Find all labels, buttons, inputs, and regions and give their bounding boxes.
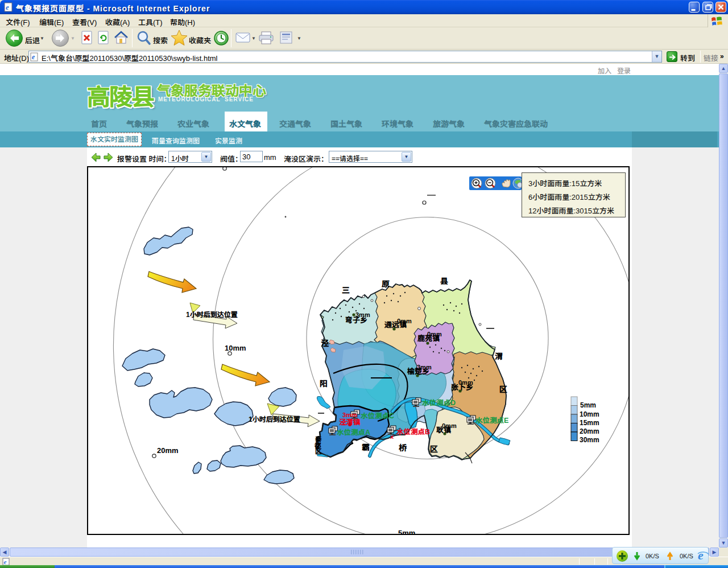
svg-text:0mm: 0mm [397,318,412,324]
svg-text:区: 区 [499,385,507,394]
svg-text:水位测点E: 水位测点E [475,417,508,425]
svg-text:0mm: 0mm [458,379,473,386]
svg-text:区: 区 [315,448,322,455]
svg-text:e: e [4,558,7,565]
svg-text:1小时后到达位置: 1小时后到达位置 [249,415,300,423]
svg-text:3mm: 3mm [417,364,432,371]
svg-text:区: 区 [430,444,438,454]
svg-text:阳: 阳 [320,379,328,388]
svg-text:水位测点A: 水位测点A [337,429,370,437]
svg-text:水位测点B: 水位测点B [396,428,430,436]
svg-text:3mm: 3mm [355,311,370,318]
svg-text:15mm: 15mm [580,419,599,427]
svg-text:3mm: 3mm [342,411,357,418]
svg-text:20mm: 20mm [157,446,179,455]
svg-text:0mm: 0mm [442,422,457,429]
svg-text:30mm: 30mm [580,436,599,444]
svg-text:县: 县 [440,277,448,286]
svg-text:5mm: 5mm [398,529,415,534]
svg-text:x: x [390,433,394,440]
svg-text:水位测点C: 水位测点C [361,412,394,420]
svg-text:10mm: 10mm [580,410,599,418]
svg-text:水位测点D: 水位测点D [422,399,456,407]
svg-text:5mm: 5mm [580,401,596,409]
svg-text:e: e [6,3,9,11]
svg-text:原: 原 [381,279,390,289]
svg-text:霸: 霸 [362,443,370,452]
svg-text:10mm: 10mm [225,344,246,352]
svg-text:20mm: 20mm [580,427,599,435]
svg-text:三: 三 [342,286,350,295]
svg-text:e: e [698,549,704,562]
svg-text:渭: 渭 [495,352,503,361]
svg-text:桥: 桥 [399,443,407,452]
svg-text:1小时后到达位置: 1小时后到达位置 [186,311,238,319]
svg-text:e: e [32,53,35,61]
svg-text:泾: 泾 [321,339,329,348]
svg-text:0mm: 0mm [427,331,442,337]
